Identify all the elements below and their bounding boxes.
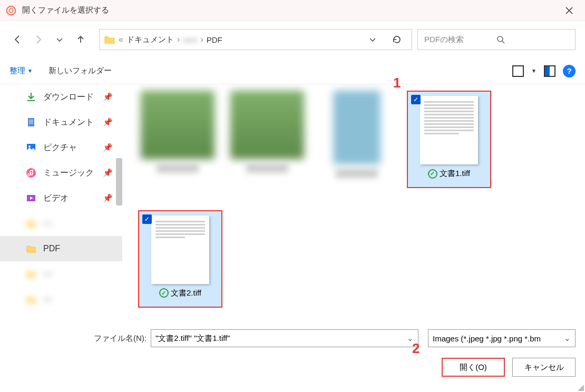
svg-point-1 bbox=[498, 36, 503, 42]
thumbnail-icon bbox=[333, 91, 381, 164]
thumbnail-icon bbox=[230, 91, 304, 159]
breadcrumb-seg-2[interactable]: ●●● bbox=[183, 35, 197, 44]
help-icon[interactable]: ? bbox=[563, 65, 576, 77]
nav-row: « ドキュメント › ●●● › PDF PDFの検索 bbox=[0, 21, 585, 58]
search-placeholder: PDFの検索 bbox=[424, 35, 496, 45]
toolbar: 整理 ▼ 新しいフォルダー ▼ ? bbox=[0, 58, 585, 84]
sidebar-item-downloads[interactable]: ダウンロード 📌 bbox=[0, 84, 122, 110]
pin-icon: 📌 bbox=[103, 143, 113, 152]
sidebar-item-documents[interactable]: ドキュメント 📌 bbox=[0, 110, 122, 135]
sidebar-item-blurred[interactable]: — bbox=[0, 287, 122, 312]
breadcrumb-seg-1[interactable]: ドキュメント bbox=[126, 35, 174, 45]
selected-check-icon: ✓ bbox=[411, 95, 421, 104]
sidebar-item-pictures[interactable]: ピクチャ 📌 bbox=[0, 135, 122, 160]
pin-icon: 📌 bbox=[103, 193, 113, 203]
folder-icon bbox=[25, 218, 37, 229]
svg-point-4 bbox=[28, 145, 31, 148]
selected-check-icon: ✓ bbox=[142, 214, 152, 224]
file-thumb-blurred[interactable] bbox=[228, 91, 307, 173]
filename-label: ファイル名(N): bbox=[9, 334, 147, 344]
status-ok-icon: ✓ bbox=[159, 288, 169, 298]
back-button[interactable] bbox=[9, 32, 25, 47]
file-item-doc1[interactable]: ✓ ✓ 文書1.tiff bbox=[407, 91, 491, 188]
sidebar-item-blurred[interactable]: — bbox=[0, 261, 122, 287]
breadcrumb-dropdown[interactable] bbox=[362, 36, 383, 43]
sidebar-item-music[interactable]: ミュージック 📌 bbox=[0, 160, 122, 185]
view-mode-icon[interactable] bbox=[512, 65, 524, 77]
recent-dropdown[interactable] bbox=[52, 32, 67, 47]
chevron-right-icon: › bbox=[177, 35, 180, 44]
filetype-select[interactable]: Images (*.jpeg *.jpg *.png *.bm ⌄ bbox=[428, 329, 576, 347]
search-input[interactable]: PDFの検索 bbox=[417, 29, 576, 50]
sidebar-item-blurred[interactable]: — bbox=[0, 211, 122, 236]
refresh-button[interactable] bbox=[386, 35, 407, 44]
sidebar-scrollbar[interactable] bbox=[116, 158, 122, 205]
file-label-blurred bbox=[336, 169, 378, 178]
folder-icon bbox=[25, 268, 37, 280]
file-item-doc2[interactable]: ✓ ✓ 文書2.tiff bbox=[138, 210, 222, 308]
caret-down-icon[interactable]: ▼ bbox=[531, 68, 537, 74]
new-folder-button[interactable]: 新しいフォルダー bbox=[48, 66, 112, 76]
app-icon bbox=[5, 5, 17, 16]
preview-pane-icon[interactable] bbox=[544, 65, 555, 77]
search-icon bbox=[496, 35, 569, 44]
breadcrumb-sep: « bbox=[119, 35, 123, 44]
picture-icon bbox=[25, 142, 37, 153]
file-label: ✓ 文書2.tiff bbox=[159, 288, 201, 298]
file-label-blurred bbox=[246, 163, 288, 173]
sidebar: ダウンロード 📌 ドキュメント 📌 ピクチャ 📌 ミュージック 📌 ビデオ 📌 … bbox=[0, 84, 122, 319]
forward-button[interactable] bbox=[31, 32, 46, 47]
pin-icon: 📌 bbox=[103, 117, 113, 127]
svg-rect-2 bbox=[28, 118, 34, 126]
music-icon bbox=[25, 167, 37, 179]
chevron-right-icon: › bbox=[200, 35, 203, 44]
file-content-area: ✓ ✓ 文書1.tiff ✓ ✓ 文書2.tiff bbox=[122, 84, 585, 319]
file-label-blurred bbox=[157, 163, 199, 173]
caret-down-icon: ▼ bbox=[27, 68, 33, 74]
open-button[interactable]: 開く(O) bbox=[442, 358, 505, 377]
filename-input[interactable]: "文書2.tiff" "文書1.tiff" ⌄ bbox=[151, 329, 418, 347]
folder-icon bbox=[25, 243, 37, 254]
status-ok-icon: ✓ bbox=[428, 169, 437, 179]
body: ダウンロード 📌 ドキュメント 📌 ピクチャ 📌 ミュージック 📌 ビデオ 📌 … bbox=[0, 84, 585, 319]
document-icon bbox=[25, 116, 37, 128]
download-icon bbox=[25, 91, 37, 103]
folder-icon bbox=[25, 293, 37, 305]
file-label: ✓ 文書1.tiff bbox=[428, 169, 470, 179]
up-button[interactable] bbox=[73, 32, 89, 47]
annotation-2: 2 bbox=[412, 340, 420, 357]
file-thumb-blurred[interactable] bbox=[138, 91, 217, 173]
title-bar: 開くファイルを選択する bbox=[0, 0, 585, 21]
sidebar-item-videos[interactable]: ビデオ 📌 bbox=[0, 185, 122, 211]
window-title: 開くファイルを選択する bbox=[22, 5, 559, 15]
resize-grip-icon[interactable] bbox=[577, 384, 584, 391]
cancel-button[interactable]: キャンセル bbox=[512, 358, 576, 377]
annotation-1: 1 bbox=[393, 75, 401, 91]
organize-menu[interactable]: 整理 ▼ bbox=[9, 66, 33, 76]
file-thumb-blurred[interactable] bbox=[317, 91, 396, 178]
sidebar-item-pdf[interactable]: PDF bbox=[0, 236, 122, 261]
pin-icon: 📌 bbox=[103, 168, 113, 178]
breadcrumb[interactable]: « ドキュメント › ●●● › PDF bbox=[99, 29, 412, 50]
document-thumbnail-icon bbox=[420, 96, 478, 164]
thumbnail-icon bbox=[141, 91, 214, 159]
chevron-down-icon[interactable]: ⌄ bbox=[564, 334, 571, 343]
video-icon bbox=[25, 192, 37, 204]
bottom-panel: ファイル名(N): "文書2.tiff" "文書1.tiff" ⌄ Images… bbox=[0, 319, 585, 382]
close-button[interactable] bbox=[559, 0, 580, 21]
breadcrumb-seg-3[interactable]: PDF bbox=[207, 35, 222, 44]
svg-point-0 bbox=[7, 6, 16, 15]
pin-icon: 📌 bbox=[103, 92, 113, 102]
document-thumbnail-icon bbox=[151, 215, 209, 284]
folder-icon bbox=[104, 34, 115, 45]
